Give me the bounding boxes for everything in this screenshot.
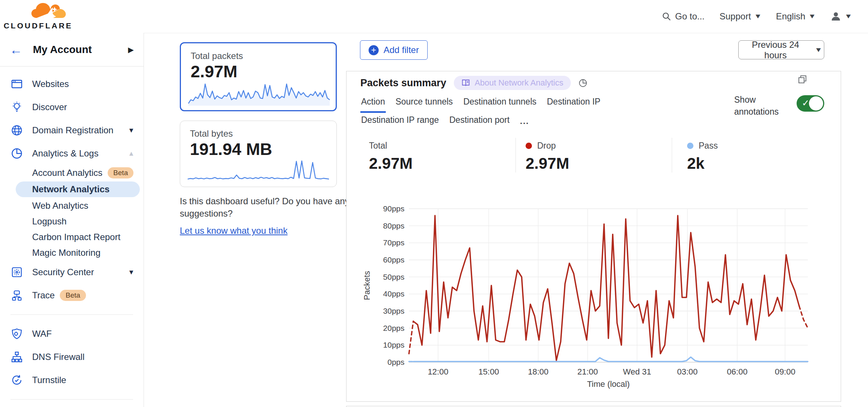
cloudflare-wordmark: CLOUDFLARE [4, 21, 73, 30]
time-range-button[interactable]: Previous 24 hours ▼ [738, 40, 824, 59]
show-annotations-toggle[interactable]: ✓ [797, 95, 824, 112]
stat-value: 2.97M [526, 155, 672, 173]
go-to-search[interactable]: Go to... [662, 11, 705, 22]
sidebar-account-row[interactable]: ← My Account ▶ [0, 33, 144, 66]
sidebar-item-label: Magic Monitoring [32, 248, 101, 258]
sidebar-item-dns-firewall[interactable]: DNS Firewall [0, 345, 144, 369]
data-freshness-icon[interactable] [578, 78, 588, 88]
packets-summary-chart: 0pps10pps20pps30pps40pps50pps60pps70pps8… [352, 202, 838, 389]
sidebar-item-security-center[interactable]: Security Center▼ [0, 261, 144, 284]
toggle-knob [809, 96, 823, 111]
svg-text:12:00: 12:00 [428, 367, 448, 376]
support-menu[interactable]: Support▼ [720, 11, 761, 22]
sidebar-item-logpush[interactable]: Logpush [0, 214, 144, 229]
pie-icon [10, 147, 23, 160]
hierarchy-icon [10, 351, 23, 363]
svg-text:80pps: 80pps [383, 221, 404, 230]
legend-dot-pass [687, 143, 693, 149]
sidebar-item-web-analytics[interactable]: Web Analytics [0, 198, 144, 214]
sidebar-item-analytics-logs[interactable]: Analytics & Logs▲ [0, 142, 144, 165]
stat-total: Total2.97M [347, 138, 515, 173]
sidebar-item-domain-registration[interactable]: Domain Registration▼ [0, 119, 144, 142]
sidebar-item-waf[interactable]: WAF [0, 322, 144, 345]
total-bytes-card[interactable]: Total bytes 191.94 MB [180, 121, 337, 187]
chevron-down-icon: ▼ [754, 13, 762, 20]
svg-text:09:00: 09:00 [775, 367, 795, 376]
sidebar-item-label: Analytics & Logs [32, 148, 98, 159]
stat-label: Drop [537, 141, 556, 151]
chevron-right-icon[interactable]: ▶ [128, 45, 134, 54]
tab-source-tunnels[interactable]: Source tunnels [395, 94, 453, 113]
account-menu[interactable]: ▼ [830, 11, 852, 22]
total-bytes-sparkline [187, 158, 330, 183]
tab-destination-port[interactable]: Destination port [449, 113, 510, 132]
back-arrow-icon[interactable]: ← [10, 43, 22, 56]
sidebar-item-label: Network Analytics [32, 184, 110, 195]
cloudflare-logo[interactable]: CLOUDFLARE [8, 3, 68, 30]
sidebar-item-label: Websites [32, 79, 69, 89]
cloudflare-cloud-icon [31, 3, 66, 21]
svg-text:15:00: 15:00 [478, 367, 499, 376]
panel-title: Packets summary [360, 77, 446, 89]
tab-action[interactable]: Action [360, 94, 386, 113]
sidebar-item-label: Discover [32, 102, 67, 112]
sidebar-divider [10, 399, 133, 400]
tab-destination-tunnels[interactable]: Destination tunnels [462, 94, 537, 113]
svg-text:21:00: 21:00 [577, 367, 598, 376]
chevron-down-icon: ▼ [128, 268, 135, 276]
sidebar-item-label: WAF [32, 329, 52, 339]
sidebar-item-websites[interactable]: Websites [0, 72, 144, 96]
expand-panel-icon[interactable] [797, 74, 808, 86]
top-bar-right: Go to... Support▼ English▼ ▼ [662, 11, 868, 22]
browser-icon [10, 78, 23, 90]
sidebar-item-label: DNS Firewall [32, 352, 84, 362]
chevron-down-icon: ▼ [808, 13, 816, 20]
sidebar-item-turnstile[interactable]: Turnstile [0, 369, 144, 392]
svg-text:03:00: 03:00 [677, 367, 698, 376]
total-packets-card[interactable]: Total packets 2.97M [180, 42, 337, 111]
sidebar-item-label: Web Analytics [32, 201, 88, 211]
refresh-check-icon [10, 374, 23, 386]
user-icon [830, 11, 841, 22]
stat-pass: Pass2k [672, 138, 806, 173]
packets-summary-panel: Packets summary About Network Analytics … [346, 71, 841, 402]
sidebar-divider [10, 314, 133, 315]
tabs-overflow-button[interactable]: ... [519, 113, 530, 132]
svg-text:0pps: 0pps [387, 358, 404, 366]
stats-row: Total2.97MDrop2.97MPass2k [347, 138, 840, 173]
svg-text:10pps: 10pps [383, 341, 404, 349]
svg-text:90pps: 90pps [383, 204, 404, 213]
language-menu[interactable]: English▼ [776, 11, 816, 22]
sidebar-item-carbon-impact-report[interactable]: Carbon Impact Report [0, 229, 144, 245]
svg-text:20pps: 20pps [383, 324, 404, 332]
beta-badge: Beta [60, 290, 86, 301]
beta-badge: Beta [108, 167, 133, 178]
sidebar-item-label: Account Analytics [32, 168, 102, 178]
sidebar-item-network-analytics[interactable]: Network Analytics [16, 181, 140, 197]
feedback-block: Is this dashboard useful? Do you have an… [180, 195, 352, 237]
svg-text:50pps: 50pps [383, 273, 404, 281]
tab-destination-ip[interactable]: Destination IP [546, 94, 601, 113]
total-packets-sparkline [188, 80, 330, 106]
total-packets-value: 2.97M [191, 62, 336, 81]
total-bytes-value: 191.94 MB [190, 140, 336, 159]
show-annotations-label: Show annotations [734, 94, 790, 118]
book-icon [461, 78, 470, 87]
stat-drop: Drop2.97M [515, 138, 672, 173]
sidebar-nav: WebsitesDiscoverDomain Registration▼Anal… [0, 66, 144, 407]
panel-header: Packets summary About Network Analytics [360, 76, 588, 90]
feedback-link[interactable]: Let us know what you think [180, 224, 287, 237]
tab-destination-ip-range[interactable]: Destination IP range [360, 113, 440, 132]
chevron-down-icon: ▼ [844, 13, 852, 20]
sidebar-item-trace[interactable]: TraceBeta [0, 284, 144, 307]
add-filter-button[interactable]: + Add filter [360, 40, 428, 60]
plus-icon: + [369, 45, 379, 55]
dimension-tabs: ActionSource tunnelsDestination tunnelsD… [360, 94, 682, 132]
legend-dot-drop [526, 143, 532, 149]
sidebar-item-magic-monitoring[interactable]: Magic Monitoring [0, 245, 144, 261]
svg-text:60pps: 60pps [383, 255, 404, 264]
chevron-down-icon: ▼ [815, 46, 822, 54]
sidebar-item-account-analytics[interactable]: Account AnalyticsBeta [0, 165, 144, 181]
about-network-analytics-badge[interactable]: About Network Analytics [454, 76, 571, 90]
sidebar-item-discover[interactable]: Discover [0, 96, 144, 119]
